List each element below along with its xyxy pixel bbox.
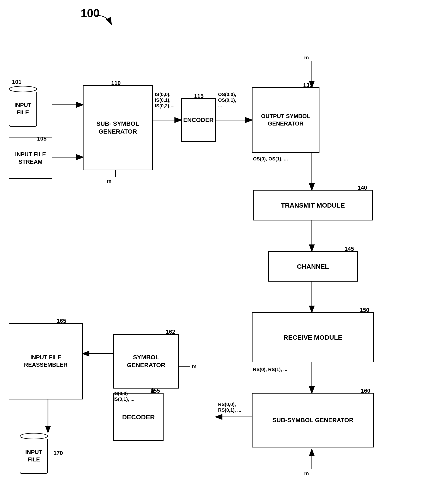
- rs-top-label: RS(0), RS(1), ...: [253, 367, 287, 372]
- diagram-container: 100 INPUT FILE 101 INPUT FILE STREAM 105…: [0, 0, 442, 504]
- sub-symbol-generator2-box: SUB-SYMBOL GENERATOR: [252, 393, 374, 448]
- encoder-box: ENCODER: [181, 98, 216, 142]
- ref-170: 170: [53, 450, 63, 456]
- symbol-generator-box: SYMBOL GENERATOR: [113, 334, 179, 389]
- input-file-bottom-cylinder: INPUT FILE: [20, 432, 48, 474]
- ref-162: 162: [166, 328, 175, 335]
- rs-detail-label: RS(0,0), RS(0,1), ...: [218, 402, 241, 413]
- ref-160: 160: [361, 387, 370, 394]
- transmit-module-box: TRANSMIT MODULE: [253, 190, 373, 220]
- m-symbol-gen-label: m: [192, 363, 196, 370]
- output-symbol-generator-box: OUTPUT SYMBOL GENERATOR: [252, 87, 320, 153]
- input-file-reassembler-box: INPUT FILE REASSEMBLER: [9, 323, 83, 399]
- ref-105: 105: [37, 135, 47, 142]
- os-below-label: OS(0), OS(1), ...: [253, 156, 288, 162]
- is-detail-label: IS(0,0) IS(0,1), ...: [113, 391, 135, 402]
- m-bottom-label: m: [304, 470, 309, 476]
- os-top-label: OS(0,0), OS(0,1), ...: [218, 92, 236, 109]
- receive-module-box: RECEIVE MODULE: [252, 312, 374, 362]
- m-sub-symbol-label: m: [107, 178, 111, 184]
- is-top-label: IS(0,0), IS(0,1), IS(0,2),...: [155, 92, 174, 109]
- input-file-stream-box: INPUT FILE STREAM: [9, 138, 52, 179]
- arrows-svg: [0, 0, 442, 504]
- input-file-top-cylinder: INPUT FILE: [9, 85, 37, 126]
- ref-110: 110: [111, 80, 120, 87]
- ref-145: 145: [344, 246, 354, 252]
- cylinder-body-170: INPUT FILE: [20, 439, 48, 474]
- sub-symbol-generator-box: SUB- SYMBOL GENERATOR: [83, 85, 153, 170]
- ref-115: 115: [194, 93, 204, 100]
- cylinder-top-170: [20, 433, 48, 439]
- ref-150: 150: [360, 307, 369, 313]
- channel-box: CHANNEL: [268, 251, 357, 282]
- ref-140: 140: [357, 184, 367, 191]
- m-top-right-label: m: [304, 54, 309, 61]
- cylinder-top-101: [9, 86, 37, 92]
- title-arrow-icon: [94, 13, 120, 31]
- cylinder-body-101: INPUT FILE: [9, 92, 37, 126]
- ref-165: 165: [57, 318, 66, 324]
- ref-101: 101: [12, 79, 21, 85]
- ref-135: 135: [303, 82, 312, 89]
